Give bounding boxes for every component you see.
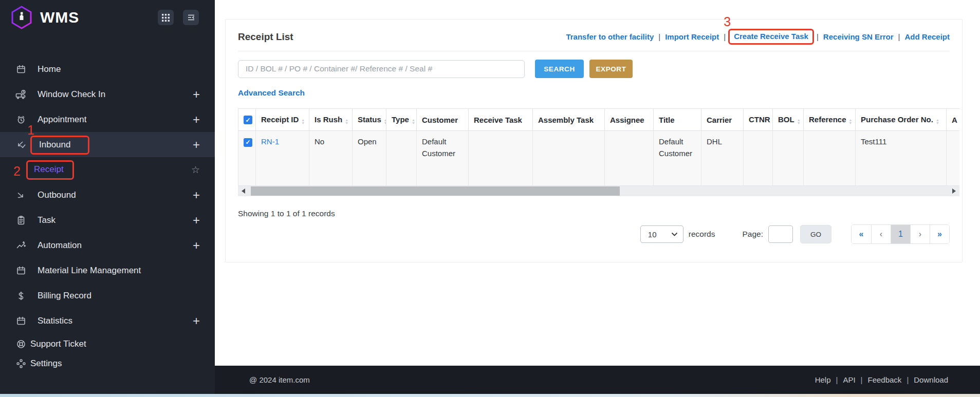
receipt-id-link[interactable]: RN-1: [261, 137, 279, 146]
pager-first-button[interactable]: «: [852, 225, 871, 243]
page-number-input[interactable]: [768, 225, 793, 243]
column-header-ctnr[interactable]: CTNR▲▼: [744, 109, 773, 131]
cell-status: Open: [353, 131, 386, 186]
sort-icon[interactable]: ▲▼: [797, 119, 801, 125]
pager-last-button[interactable]: »: [930, 225, 949, 243]
sidebar-item-label: Material Line Management: [38, 266, 200, 276]
sidebar-item-receipt[interactable]: 2Receipt☆: [0, 157, 215, 182]
footer-link-api[interactable]: API: [843, 375, 855, 384]
go-button[interactable]: GO: [800, 225, 831, 243]
annotation-number: 1: [27, 124, 34, 137]
sidebar-item-task[interactable]: Task+: [0, 207, 215, 233]
scroll-right-arrow-icon[interactable]: [949, 188, 959, 194]
cell-receipt-id: RN-1: [256, 131, 309, 186]
export-button[interactable]: EXPORT: [589, 60, 633, 78]
pager-prev-button[interactable]: ‹: [871, 225, 891, 243]
sort-icon[interactable]: ▲▼: [301, 119, 305, 125]
plus-icon[interactable]: +: [193, 315, 200, 327]
collapse-sidebar-button[interactable]: [183, 10, 199, 25]
cell-assignee: [605, 131, 654, 186]
sidebar-item-label: Support Ticket: [30, 339, 200, 349]
plus-icon[interactable]: +: [193, 114, 200, 126]
column-header-carrier[interactable]: Carrier: [701, 109, 744, 131]
cell-carrier: DHL: [701, 131, 744, 186]
select-all-checkbox[interactable]: ✓: [244, 116, 252, 124]
column-header-status[interactable]: Status▲▼: [353, 109, 386, 131]
sidebar-item-support-ticket[interactable]: Support Ticket: [0, 334, 215, 354]
footer: @ 2024 item.com Help|API|Feedback|Downlo…: [215, 366, 980, 394]
sidebar-item-automation[interactable]: Automation+: [0, 233, 215, 258]
import-receipt-link[interactable]: Import Receipt: [665, 32, 719, 41]
sidebar-item-statistics[interactable]: Statistics+: [0, 308, 215, 333]
sort-icon[interactable]: ▲▼: [384, 119, 386, 125]
annotation-number: 3: [724, 15, 731, 28]
pagination-row: 10 records Page: GO «‹1›»: [238, 224, 950, 244]
column-header-assembly-task[interactable]: Assembly Task: [533, 109, 605, 131]
pager-page-1-button[interactable]: 1: [891, 225, 910, 243]
column-header-receipt-id[interactable]: Receipt ID▲▼: [256, 109, 309, 131]
plus-icon[interactable]: +: [193, 214, 200, 226]
sidebar-item-label: 1Inbound: [38, 140, 193, 150]
column-header-customer[interactable]: Customer: [417, 109, 469, 131]
column-header-a[interactable]: A: [947, 109, 960, 131]
sidebar-item-inbound[interactable]: 1Inbound+: [0, 132, 215, 157]
footer-link-download[interactable]: Download: [914, 375, 948, 384]
plus-icon[interactable]: +: [193, 139, 200, 151]
create-receive-task-link[interactable]: Create Receive Task: [734, 32, 808, 41]
page-horizontal-scrollbar[interactable]: [0, 394, 980, 397]
cell-assembly-task: [533, 131, 605, 186]
footer-links: Help|API|Feedback|Download: [815, 375, 948, 384]
star-icon[interactable]: ☆: [191, 165, 200, 175]
sidebar-item-material-line-management[interactable]: Material Line Management: [0, 258, 215, 283]
calendar-icon: [15, 64, 27, 74]
column-header-is-rush[interactable]: Is Rush▲▼: [309, 109, 353, 131]
scrollbar-thumb[interactable]: [251, 186, 620, 196]
cell-ctnr: [744, 131, 773, 186]
column-header-bol[interactable]: BOL▲▼: [773, 109, 804, 131]
add-receipt-link[interactable]: Add Receipt: [904, 32, 950, 41]
sort-icon[interactable]: ▲▼: [345, 119, 348, 125]
plus-icon[interactable]: +: [193, 88, 200, 101]
pager-next-button[interactable]: ›: [910, 225, 930, 243]
sidebar-item-home[interactable]: Home: [0, 56, 215, 82]
table-header-row: ✓Receipt ID▲▼Is Rush▲▼Status▲▼Type▲▼Cust…: [238, 109, 960, 131]
table-row: ✓RN-1NoOpenDefault CustomerDefault Custo…: [238, 131, 960, 186]
transfer-to-other-facility-link[interactable]: Transfer to other facility: [566, 32, 654, 41]
sidebar-item-label: Automation: [38, 240, 193, 251]
link-separator: |: [898, 32, 900, 41]
column-header-assignee[interactable]: Assignee: [605, 109, 654, 131]
search-button[interactable]: SEARCH: [535, 60, 584, 78]
records-summary: Showing 1 to 1 of 1 records: [238, 209, 950, 218]
plus-icon[interactable]: +: [193, 239, 200, 252]
table-horizontal-scrollbar[interactable]: [238, 186, 959, 196]
row-checkbox[interactable]: ✓: [244, 138, 252, 147]
sidebar-item-label: Statistics: [38, 316, 193, 326]
sidebar-item-outbound[interactable]: Outbound+: [0, 182, 215, 207]
footer-link-feedback[interactable]: Feedback: [868, 375, 902, 384]
sparkline-icon: [15, 240, 27, 251]
chevron-down-icon: [671, 232, 678, 237]
sidebar-item-billing-record[interactable]: Billing Record: [0, 283, 215, 308]
sort-icon[interactable]: ▲▼: [849, 119, 853, 125]
sidebar-item-label: Window Check In: [38, 89, 193, 100]
advanced-search-link[interactable]: Advanced Search: [238, 88, 305, 98]
app-title: WMS: [40, 9, 79, 26]
receiving-sn-error-link[interactable]: Receiving SN Error: [823, 32, 894, 41]
column-header-receive-task[interactable]: Receive Task: [469, 109, 533, 131]
sidebar-header: WMS: [0, 0, 215, 30]
plus-icon[interactable]: +: [193, 189, 200, 201]
app-grid-button[interactable]: [158, 10, 174, 25]
sidebar-item-window-check-in[interactable]: Window Check In+: [0, 82, 215, 107]
sort-icon[interactable]: ▲▼: [936, 119, 939, 125]
column-header-type[interactable]: Type▲▼: [386, 109, 417, 131]
footer-link-help[interactable]: Help: [815, 375, 831, 384]
column-header-purchase-order-no[interactable]: Purchase Order No.▲▼: [856, 109, 947, 131]
search-input[interactable]: [238, 60, 525, 78]
scroll-left-arrow-icon[interactable]: [238, 188, 248, 194]
column-header-title[interactable]: Title: [654, 109, 701, 131]
page-size-select[interactable]: 10: [640, 225, 683, 243]
column-header-reference[interactable]: Reference▲▼: [804, 109, 856, 131]
sort-icon[interactable]: ▲▼: [412, 119, 415, 125]
cell-purchase-order-no: Test111: [856, 131, 947, 186]
sidebar-item-settings[interactable]: Settings: [0, 354, 215, 373]
